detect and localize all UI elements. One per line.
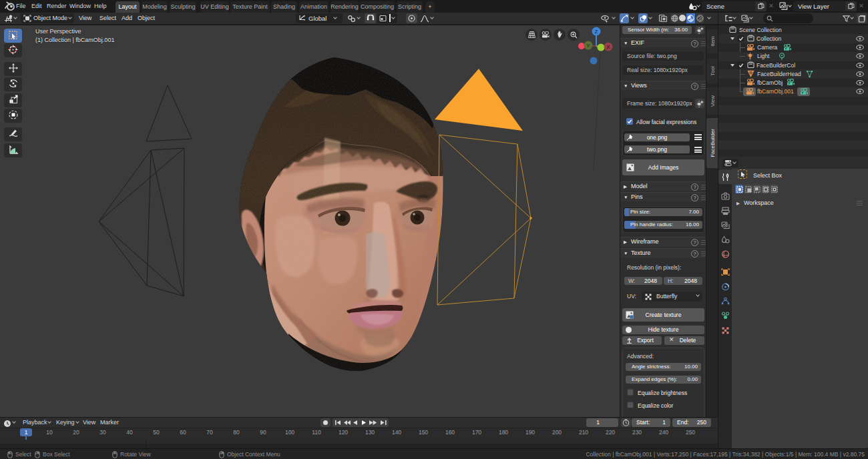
svg-text:X: X	[606, 44, 610, 50]
svg-text:Z: Z	[595, 29, 598, 35]
svg-text:Y: Y	[586, 43, 590, 49]
